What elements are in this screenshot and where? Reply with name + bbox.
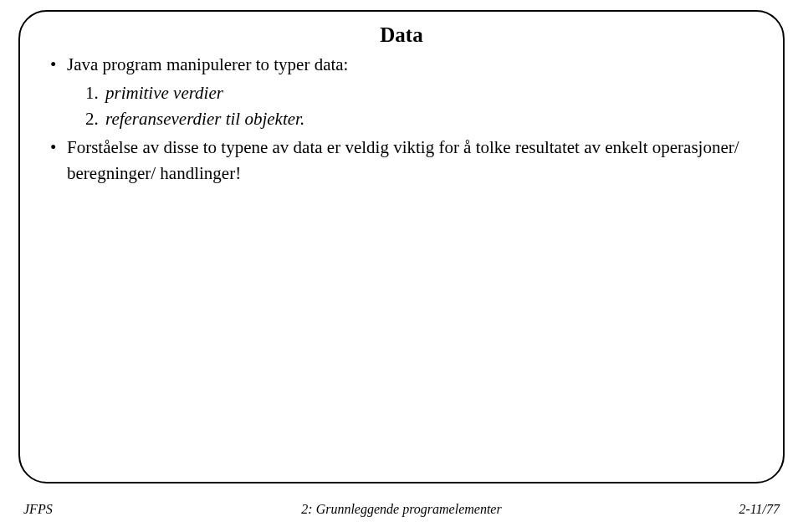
slide: Data Java program manipulerer to typer d… [0, 0, 803, 532]
numbered-item: primitive verdier [85, 80, 754, 107]
bullet-item: Forståelse av disse to typene av data er… [49, 135, 754, 187]
footer-left: JFPS [23, 502, 53, 517]
footer-center: 2: Grunnleggende programelementer [23, 502, 780, 517]
slide-title: Data [49, 23, 754, 47]
bullet-text: Java program manipulerer to typer data: [67, 54, 348, 74]
numbered-text: primitive verdier [105, 83, 223, 103]
footer: JFPS 2: Grunnleggende programelementer 2… [23, 502, 780, 517]
content-frame: Data Java program manipulerer to typer d… [18, 10, 785, 483]
bullet-list-cont: Forståelse av disse to typene av data er… [49, 135, 754, 187]
numbered-item: referanseverdier til objekter. [85, 106, 754, 133]
bullet-list: Java program manipulerer to typer data: [49, 52, 754, 79]
numbered-list: primitive verdier referanseverdier til o… [49, 80, 754, 133]
numbered-text: referanseverdier til objekter. [105, 109, 304, 129]
footer-right: 2-11/77 [739, 502, 780, 517]
bullet-item: Java program manipulerer to typer data: [49, 52, 754, 79]
bullet-text: Forståelse av disse to typene av data er… [67, 137, 739, 184]
